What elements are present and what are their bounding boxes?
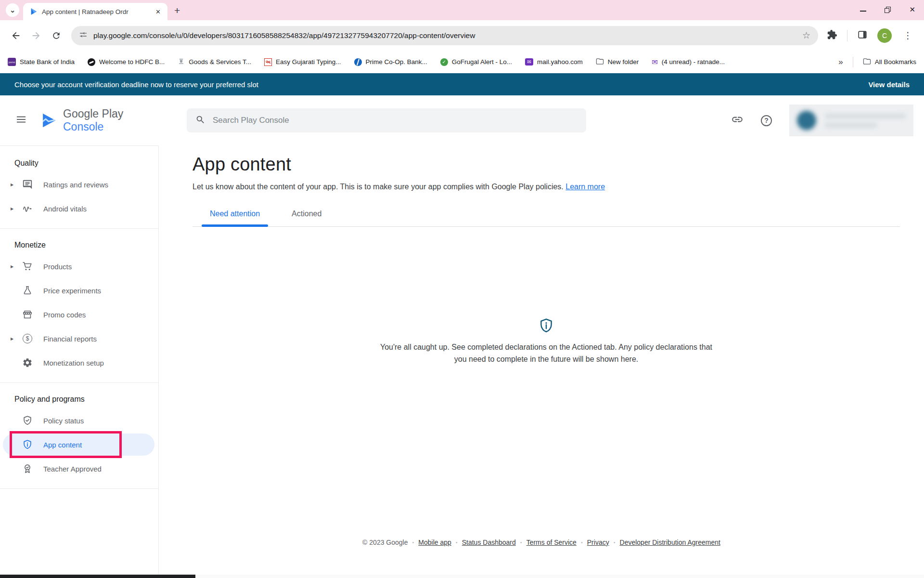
expand-caret-icon[interactable]: ▶ [11, 183, 13, 187]
sidebar-section-quality: Quality [0, 147, 158, 172]
reviews-icon [21, 179, 34, 190]
tab-close-icon[interactable]: ✕ [154, 8, 163, 15]
folder-icon [596, 57, 604, 67]
horizontal-scrollbar-thumb[interactable] [0, 575, 195, 578]
account-profile-chip-blurred[interactable] [789, 105, 913, 136]
sidebar-item-monetization-setup[interactable]: Monetization setup [0, 351, 158, 375]
main-content: App content Let us know about the conten… [159, 145, 924, 578]
play-logo-icon [40, 111, 57, 130]
shield-check-icon [21, 415, 34, 426]
annotation-highlight-box [10, 431, 122, 458]
toolbar-actions: C ⋮ [824, 28, 917, 43]
tab-search-button[interactable]: ⌄ [6, 3, 19, 17]
expand-caret-icon[interactable]: ▶ [11, 207, 13, 211]
browser-menu-icon[interactable]: ⋮ [901, 30, 914, 41]
search-icon [195, 115, 205, 127]
bookmark-hdfc[interactable]: Welcome to HDFC B... [88, 58, 165, 66]
content-tabs: Need attention Actioned [192, 210, 900, 227]
vitals-pulse-icon [21, 203, 34, 214]
hamburger-menu-icon[interactable] [15, 114, 27, 127]
window-controls: ✕ [860, 0, 915, 19]
sidebar-item-products[interactable]: ▶ Products [0, 254, 158, 278]
bookmark-new-folder[interactable]: New folder [596, 57, 639, 67]
footer-link-privacy[interactable]: Privacy [587, 539, 609, 546]
flask-icon [21, 285, 34, 296]
sidebar-item-app-content[interactable]: App content [0, 433, 158, 457]
footer-link-terms[interactable]: Terms of Service [526, 539, 577, 546]
expand-caret-icon[interactable]: ▶ [11, 337, 13, 341]
window-close-icon[interactable]: ✕ [909, 5, 915, 14]
bookmark-sbi[interactable]: yono State Bank of India [8, 58, 75, 66]
sidebar-nav: Quality ▶ Ratings and reviews ▶ Android … [0, 145, 159, 578]
banner-text: Choose your account verification deadlin… [14, 80, 258, 89]
window-restore-icon[interactable] [885, 7, 891, 13]
footer-separator: • [614, 539, 616, 545]
forward-button[interactable] [27, 26, 45, 45]
toolbar-divider [847, 30, 847, 41]
bookmarks-bar-right: » All Bookmarks [838, 57, 916, 67]
prime-bank-icon [354, 58, 362, 66]
chevron-down-icon: ⌄ [10, 6, 15, 14]
view-details-button[interactable]: View details [868, 80, 910, 89]
sidebar-divider [0, 488, 158, 489]
cart-icon [21, 261, 34, 272]
url-text: play.google.com/console/u/0/developers/8… [93, 31, 796, 40]
blurred-text-line [825, 123, 877, 128]
bookmarks-overflow-icon[interactable]: » [838, 57, 843, 67]
sbi-yono-icon: yono [8, 58, 16, 66]
link-icon[interactable] [731, 113, 744, 128]
new-tab-button[interactable]: + [174, 5, 180, 16]
bookmark-star-icon[interactable]: ☆ [802, 30, 810, 41]
sidebar-item-teacher-approved[interactable]: Teacher Approved [0, 457, 158, 481]
sidebar-item-android-vitals[interactable]: ▶ Android vitals [0, 197, 158, 221]
bookmark-gofrugal[interactable]: ✓ GoFrugal Alert - Lo... [440, 58, 512, 66]
browser-tab[interactable]: App content | Ratnadeep Ordr ✕ [23, 3, 167, 20]
bookmark-prime-bank[interactable]: Prime Co-Op. Bank... [354, 58, 427, 66]
bookmark-gst[interactable]: Goods & Services T... [178, 58, 251, 66]
back-button[interactable] [7, 26, 25, 45]
gujarati-letter-icon: અ [264, 58, 272, 66]
reload-button[interactable] [47, 26, 65, 45]
help-icon[interactable]: ? [761, 115, 772, 126]
search-input[interactable]: Search Play Console [187, 108, 586, 132]
sidebar-item-ratings-and-reviews[interactable]: ▶ Ratings and reviews [0, 172, 158, 197]
extensions-icon[interactable] [827, 29, 837, 42]
side-panel-icon[interactable] [857, 29, 868, 42]
bookmark-gujarati-typing[interactable]: અ Easy Gujarati Typing... [264, 58, 341, 66]
footer-link-mobile-app[interactable]: Mobile app [418, 539, 451, 546]
sidebar-item-financial-reports[interactable]: ▶ $ Financial reports [0, 327, 158, 351]
play-console-favicon-icon [30, 8, 38, 15]
tab-need-attention[interactable]: Need attention [210, 210, 260, 226]
footer-link-status-dashboard[interactable]: Status Dashboard [462, 539, 516, 546]
folder-icon [863, 57, 871, 67]
browser-tab-strip: ⌄ App content | Ratnadeep Ordr ✕ + ✕ [0, 0, 924, 20]
tab-title: App content | Ratnadeep Ordr [42, 8, 149, 15]
empty-state-text: You're all caught up. See completed decl… [378, 342, 715, 366]
page-description: Let us know about the content of your ap… [192, 183, 900, 191]
address-bar[interactable]: play.google.com/console/u/0/developers/8… [71, 26, 818, 45]
sidebar-item-policy-status[interactable]: Policy status [0, 408, 158, 433]
copyright-text: © 2023 Google [362, 539, 408, 546]
footer-separator: • [520, 539, 522, 545]
browser-profile-avatar[interactable]: C [877, 28, 892, 43]
footer-separator: • [581, 539, 583, 545]
sidebar-item-price-experiments[interactable]: Price experiments [0, 278, 158, 302]
bookmark-yahoo-mail[interactable]: ✉ mail.yahoo.com [525, 58, 583, 66]
console-header-left: Google Play Console [0, 107, 159, 133]
all-bookmarks-button[interactable]: All Bookmarks [863, 57, 916, 67]
bookmark-unread-mail[interactable]: ✉ (4 unread) - ratnade... [652, 58, 725, 66]
expand-caret-icon[interactable]: ▶ [11, 264, 13, 269]
site-settings-icon[interactable] [79, 30, 88, 41]
gofrugal-check-icon: ✓ [440, 58, 448, 66]
play-console-logo[interactable]: Google Play Console [40, 107, 159, 133]
window-minimize-icon[interactable] [860, 11, 866, 12]
dollar-circle-icon: $ [21, 334, 34, 343]
learn-more-link[interactable]: Learn more [565, 183, 605, 191]
sidebar-section-policy: Policy and programs [0, 383, 158, 408]
shield-info-icon [538, 317, 554, 334]
storefront-icon [21, 309, 34, 320]
sidebar-item-promo-codes[interactable]: Promo codes [0, 302, 158, 327]
search-placeholder: Search Play Console [213, 116, 289, 125]
tab-actioned[interactable]: Actioned [292, 210, 321, 226]
footer-link-dda[interactable]: Developer Distribution Agreement [620, 539, 720, 546]
